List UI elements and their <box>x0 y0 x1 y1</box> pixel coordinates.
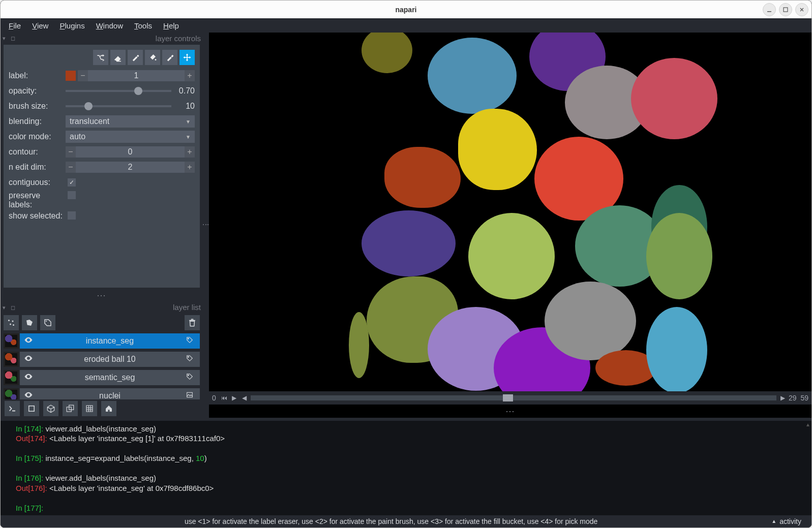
canvas-grip[interactable]: ⋯ <box>209 405 811 418</box>
show-selected-checkbox[interactable] <box>68 211 76 220</box>
scroll-up-icon[interactable]: ▲ <box>805 422 810 427</box>
activity-button[interactable]: ▲activity <box>771 517 801 525</box>
menu-plugins[interactable]: Plugins <box>59 21 84 30</box>
blending-combo[interactable]: translucent▼ <box>66 115 195 128</box>
n-edit-dim-spinner[interactable]: −2+ <box>66 162 195 173</box>
svg-point-5 <box>13 324 14 326</box>
frame-step-fwd-button[interactable]: ▶ <box>778 393 787 402</box>
label-label: label: <box>9 71 66 80</box>
undock-icon[interactable]: ▾ <box>3 304 9 310</box>
blending-label: blending: <box>9 117 66 126</box>
grid-button[interactable] <box>82 401 97 416</box>
increment-icon[interactable]: + <box>185 162 195 173</box>
frame-back-button[interactable]: ⏮ <box>220 393 228 402</box>
visibility-toggle[interactable] <box>23 354 34 365</box>
roll-dims-button[interactable] <box>63 401 78 416</box>
svg-rect-1 <box>784 8 788 12</box>
layer-name: semantic_seg <box>34 373 186 382</box>
viewer-canvas[interactable] <box>209 33 811 391</box>
window-title: napari <box>395 6 416 14</box>
decrement-icon[interactable]: − <box>66 162 76 173</box>
status-bar: use <1> for activate the label eraser, u… <box>1 515 811 527</box>
frame-step-back-button[interactable]: ◀ <box>240 393 249 402</box>
layer-name: eroded ball 10 <box>34 355 186 364</box>
viewer-toolbar <box>1 399 203 418</box>
new-points-layer-button[interactable] <box>4 315 19 330</box>
visibility-toggle[interactable] <box>23 390 34 399</box>
layer-name: instance_seg <box>34 336 186 346</box>
layer-body[interactable]: semantic_seg <box>20 370 200 385</box>
increment-icon[interactable]: + <box>185 70 195 81</box>
svg-point-2 <box>8 320 10 321</box>
label-color-swatch[interactable] <box>66 71 76 81</box>
layer-row[interactable]: eroded ball 10 <box>4 351 200 368</box>
layer-thumbnail <box>4 388 19 399</box>
dims-current: 29 <box>789 394 797 402</box>
menu-help[interactable]: Help <box>163 21 179 30</box>
new-shapes-layer-button[interactable] <box>22 315 37 330</box>
opacity-slider[interactable] <box>66 90 171 92</box>
close-button[interactable] <box>795 3 808 16</box>
chevron-up-icon: ▲ <box>771 518 776 524</box>
fill-button[interactable] <box>145 50 160 65</box>
svg-point-3 <box>12 320 14 322</box>
undock-icon[interactable]: ▾ <box>3 35 9 41</box>
color-mode-combo[interactable]: auto▼ <box>66 131 195 143</box>
tag-icon <box>186 354 197 364</box>
layer-body[interactable]: nuclei <box>20 388 200 399</box>
layer-row[interactable]: semantic_seg <box>4 369 200 386</box>
layer-controls-header: ▾◻ layer controls <box>1 33 203 44</box>
preserve-labels-checkbox[interactable] <box>68 191 76 199</box>
svg-point-9 <box>188 375 189 376</box>
menu-tools[interactable]: Tools <box>134 21 152 30</box>
panel-grip[interactable]: ⋯ <box>1 289 203 302</box>
paint-button[interactable] <box>128 50 143 65</box>
decrement-icon[interactable]: − <box>66 146 76 158</box>
menu-view[interactable]: View <box>32 21 48 30</box>
svg-rect-10 <box>187 392 193 397</box>
delete-layer-button[interactable] <box>185 315 200 330</box>
menu-file[interactable]: File <box>9 21 21 30</box>
minimize-button[interactable] <box>763 3 776 16</box>
visibility-toggle[interactable] <box>23 372 34 383</box>
eraser-button[interactable] <box>110 50 126 65</box>
layer-row[interactable]: instance_seg <box>4 332 200 350</box>
layer-thumbnail <box>4 352 19 367</box>
close-panel-icon[interactable]: ◻ <box>11 35 17 41</box>
opacity-label: opacity: <box>9 86 66 96</box>
color-mode-label: color mode: <box>9 132 66 141</box>
svg-rect-0 <box>767 11 771 12</box>
shuffle-colors-button[interactable] <box>93 50 108 65</box>
dims-max: 59 <box>800 394 808 402</box>
contiguous-checkbox[interactable]: ✓ <box>68 178 76 187</box>
decrement-icon[interactable]: − <box>78 70 88 81</box>
home-button[interactable] <box>101 401 116 416</box>
pan-zoom-button[interactable] <box>179 50 195 65</box>
console-button[interactable] <box>5 401 20 416</box>
svg-point-7 <box>188 338 189 339</box>
layer-controls-panel: label:−1+ opacity:0.70 brush size:10 ble… <box>4 45 200 287</box>
play-button[interactable]: ▶ <box>230 393 238 402</box>
new-labels-layer-button[interactable] <box>40 315 55 330</box>
ndisplay-3d-button[interactable] <box>43 401 58 416</box>
close-panel-icon[interactable]: ◻ <box>11 304 17 310</box>
layer-body[interactable]: eroded ball 10 <box>20 352 200 367</box>
menu-window[interactable]: Window <box>96 21 123 30</box>
increment-icon[interactable]: + <box>185 146 195 158</box>
status-hint: use <1> for activate the label eraser, u… <box>185 517 598 525</box>
dims-axis-index: 0 <box>212 394 216 402</box>
ipython-console[interactable]: ▲ In [174]: viewer.add_labels(instance_s… <box>1 418 811 515</box>
brush-size-label: brush size: <box>9 102 66 111</box>
dims-slider[interactable] <box>251 395 776 400</box>
layer-body[interactable]: instance_seg <box>20 333 200 349</box>
label-spinner[interactable]: −1+ <box>78 70 195 81</box>
maximize-button[interactable] <box>779 3 792 16</box>
visibility-toggle[interactable] <box>23 335 34 347</box>
n-edit-dim-label: n edit dim: <box>9 163 66 172</box>
layer-list-header: ▾◻ layer list <box>1 302 203 313</box>
brush-size-slider[interactable] <box>66 105 171 107</box>
layer-row[interactable]: nuclei <box>4 387 200 399</box>
picker-button[interactable] <box>162 50 177 65</box>
ndisplay-2d-button[interactable] <box>24 401 39 416</box>
contour-spinner[interactable]: −0+ <box>66 146 195 158</box>
